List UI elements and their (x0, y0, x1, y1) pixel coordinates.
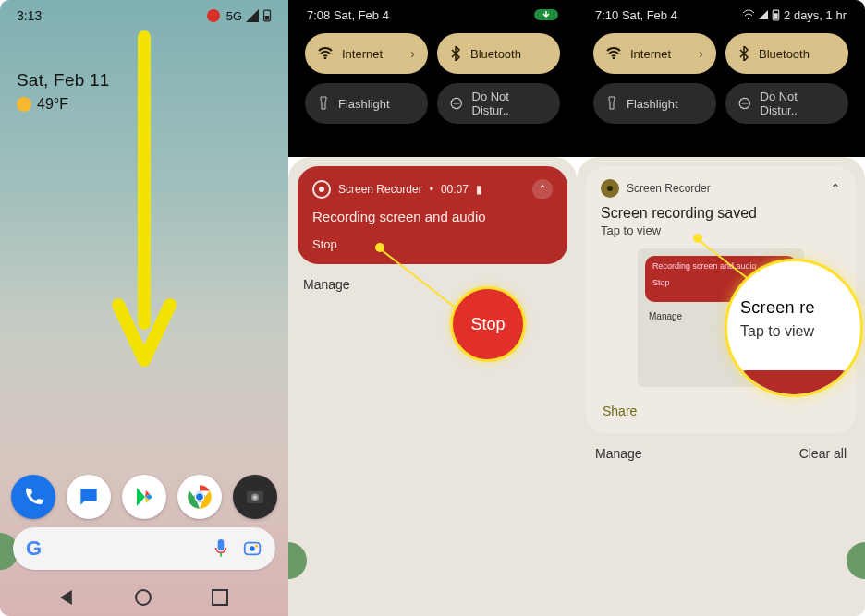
notification-subtitle: Tap to view (601, 223, 841, 237)
temperature-label: 49°F (37, 96, 68, 113)
play-store-app-icon[interactable] (122, 475, 166, 519)
trash-icon: ▮ (476, 183, 482, 196)
battery-icon (262, 9, 272, 22)
tile-label: Do Not Distur.. (472, 90, 548, 117)
status-bar: 3:13 5G (0, 0, 288, 26)
quick-settings-area: 7:10 Sat, Feb 4 2 days, 1 hr Internet› B… (577, 0, 865, 157)
dnd-icon (738, 97, 751, 110)
dnd-tile[interactable]: Do Not Distur.. (725, 83, 848, 124)
sun-icon (17, 97, 31, 112)
collapse-chevron-icon[interactable]: ⌃ (830, 181, 841, 196)
tile-label: Flashlight (627, 97, 678, 111)
bluetooth-tile[interactable]: Bluetooth (725, 33, 848, 74)
bluetooth-icon (450, 46, 461, 61)
screen-recorder-notification[interactable]: Screen Recorder • 00:07 ▮ ⌃ Recording sc… (298, 166, 567, 264)
battery-remaining-label: 2 days, 1 hr (784, 8, 847, 22)
google-search-bar[interactable]: G (13, 527, 275, 570)
quick-settings-tiles: Internet› Bluetooth Flashlight Do Not Di… (586, 24, 856, 133)
tile-label: Internet (342, 47, 383, 61)
status-bar: 7:10 Sat, Feb 4 2 days, 1 hr (586, 0, 856, 24)
tile-label: Bluetooth (470, 47, 521, 61)
flashlight-icon (606, 96, 617, 111)
app-name-label: Screen Recorder (627, 182, 711, 195)
flashlight-tile[interactable]: Flashlight (305, 83, 428, 124)
wifi-icon (606, 46, 621, 61)
swipe-down-arrow-annotation (107, 28, 181, 382)
status-time: 3:13 (17, 8, 42, 23)
recording-indicator-icon (207, 9, 220, 22)
status-bar: 7:08 Sat, Feb 4 (298, 0, 567, 24)
bluetooth-icon (738, 46, 749, 61)
svg-point-10 (250, 546, 255, 551)
svg-rect-1 (265, 16, 270, 20)
elapsed-label: 00:07 (441, 183, 469, 196)
tile-label: Do Not Distur.. (761, 90, 836, 117)
internet-tile[interactable]: Internet› (593, 33, 716, 74)
svg-point-14 (748, 18, 749, 19)
battery-icon (772, 9, 780, 21)
notification-title: Recording screen and audio (312, 209, 553, 224)
svg-rect-8 (218, 539, 225, 550)
share-action[interactable]: Share (603, 404, 839, 418)
network-label: 5G (226, 9, 242, 23)
dnd-tile[interactable]: Do Not Distur.. (437, 83, 560, 124)
quick-settings-saved-panel: 7:10 Sat, Feb 4 2 days, 1 hr Internet› B… (577, 0, 865, 616)
svg-point-11 (255, 545, 258, 548)
home-screen-panel: 3:13 5G Sat, Feb 11 49°F G (0, 0, 288, 616)
download-pill-icon (534, 9, 558, 20)
app-dock (0, 475, 288, 519)
internet-tile[interactable]: Internet› (305, 33, 428, 74)
app-name-label: Screen Recorder (338, 183, 422, 196)
flashlight-tile[interactable]: Flashlight (593, 83, 716, 124)
svg-point-7 (253, 496, 257, 500)
shade-footer: Manage Clear all (586, 433, 856, 461)
tile-label: Bluetooth (759, 47, 810, 61)
tile-label: Flashlight (338, 97, 390, 111)
status-icons: 2 days, 1 hr (742, 8, 847, 22)
signal-icon (246, 9, 259, 22)
phone-app-icon[interactable] (11, 475, 55, 519)
tap-to-view-magnifier: Screen re Tap to view (725, 259, 863, 397)
nav-home-icon[interactable] (135, 589, 152, 606)
nav-bar (0, 579, 288, 616)
status-time: 7:08 Sat, Feb 4 (307, 8, 389, 22)
stop-callout-bubble: Stop (450, 286, 526, 362)
tile-label: Internet (630, 47, 671, 61)
signal-icon (759, 10, 768, 19)
notification-title: Screen recording saved (601, 205, 841, 222)
nav-recents-icon[interactable] (212, 589, 228, 606)
status-icons: 5G (207, 9, 272, 23)
nav-back-icon[interactable] (60, 590, 75, 605)
lens-icon[interactable] (242, 538, 262, 559)
mic-icon[interactable] (213, 538, 229, 559)
svg-point-17 (613, 57, 615, 60)
stop-action[interactable]: Stop (312, 237, 553, 251)
chevron-right-icon: › (410, 46, 415, 61)
chevron-right-icon: › (699, 46, 703, 61)
dnd-icon (450, 97, 463, 110)
google-logo-icon: G (26, 537, 42, 561)
callout-label: Stop (470, 315, 505, 334)
bluetooth-tile[interactable]: Bluetooth (437, 33, 560, 74)
recorder-app-icon (312, 180, 331, 199)
svg-point-4 (195, 492, 203, 501)
camera-app-icon[interactable] (233, 475, 277, 519)
status-time: 7:10 Sat, Feb 4 (595, 8, 677, 22)
wifi-icon (742, 9, 755, 20)
bullet: • (430, 183, 433, 196)
messages-app-icon[interactable] (67, 475, 111, 519)
manage-button[interactable]: Manage (595, 446, 642, 461)
clear-all-button[interactable]: Clear all (799, 446, 847, 461)
quick-settings-area: 7:08 Sat, Feb 4 Internet› Bluetooth Flas… (288, 0, 577, 157)
magnifier-subtitle: Tap to view (740, 323, 860, 340)
flashlight-icon (318, 96, 329, 111)
recorder-app-icon (601, 179, 619, 198)
svg-point-12 (324, 57, 327, 60)
magnifier-title: Screen re (740, 298, 860, 318)
chrome-app-icon[interactable] (177, 475, 222, 519)
wifi-icon (318, 46, 333, 61)
notification-header: Screen Recorder ⌃ (601, 179, 841, 198)
collapse-chevron-icon[interactable]: ⌃ (532, 179, 553, 199)
notification-shade: Screen Recorder • 00:07 ▮ ⌃ Recording sc… (288, 157, 577, 616)
notification-header: Screen Recorder • 00:07 ▮ ⌃ (312, 179, 553, 199)
